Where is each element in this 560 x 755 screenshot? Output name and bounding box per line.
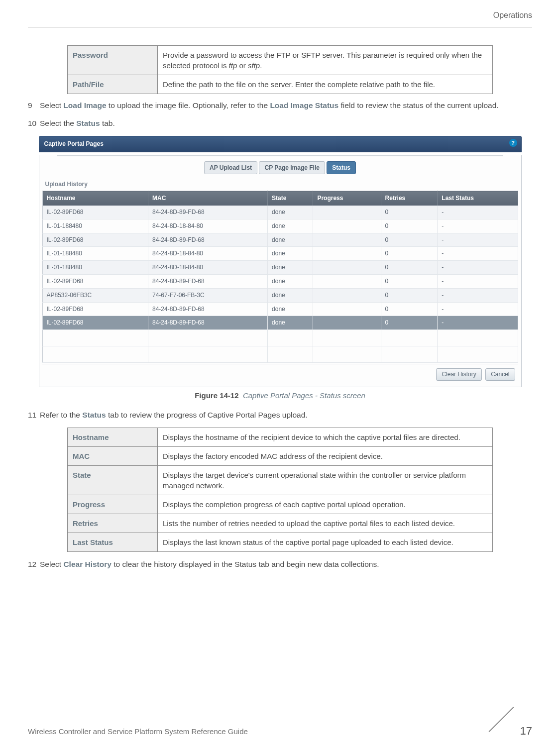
table-row[interactable]: IL-02-89FD6884-24-8D-89-FD-68done0- (42, 316, 518, 330)
table-row[interactable]: IL-02-89FD6884-24-8D-89-FD-68done0- (42, 233, 518, 247)
step-number: 9 (28, 100, 40, 111)
cell: 0 (381, 288, 438, 302)
cell (313, 247, 381, 261)
table-row[interactable]: IL-01-18848084-24-8D-18-84-80done0- (42, 219, 518, 233)
step-number: 12 (28, 559, 40, 570)
cell: - (438, 233, 518, 247)
cell: 0 (381, 247, 438, 261)
field-desc: Displays the last known status of the ca… (158, 533, 493, 551)
cell (313, 316, 381, 330)
field-desc: Displays the target device's current ope… (158, 465, 493, 495)
cell: IL-02-89FD68 (42, 316, 148, 330)
text-em: ftp (229, 61, 237, 70)
cell: 0 (381, 261, 438, 275)
cell (148, 330, 267, 346)
field-desc: Displays the hostname of the recipient d… (158, 428, 493, 446)
cell: - (438, 219, 518, 233)
cell: done (268, 302, 313, 316)
cell: IL-02-89FD68 (42, 274, 148, 288)
keyword: Status (76, 119, 100, 127)
cell: 0 (381, 302, 438, 316)
keyword: Load Image (63, 101, 106, 109)
step-number: 10 (28, 118, 40, 129)
field-label: State (68, 465, 158, 495)
cell: AP8532-06FB3C (42, 288, 148, 302)
cell: 0 (381, 206, 438, 219)
footer-title: Wireless Controller and Service Platform… (28, 726, 248, 737)
text: . (260, 61, 262, 70)
cell: 84-24-8D-18-84-80 (148, 261, 267, 275)
cell: 84-24-8D-18-84-80 (148, 247, 267, 261)
table-row[interactable]: IL-02-89FD6884-24-8D-89-FD-68done0- (42, 274, 518, 288)
cell: done (268, 206, 313, 219)
text: Select (40, 101, 63, 109)
tabs: AP Upload List CP Page Image File Status (57, 155, 503, 175)
cell: 84-24-8D-89-FD-68 (148, 302, 267, 316)
text: Select the (40, 119, 76, 127)
group-label-upload-history: Upload History (45, 180, 518, 189)
col-hostname[interactable]: Hostname (42, 191, 148, 206)
col-progress[interactable]: Progress (313, 191, 381, 206)
cell (313, 302, 381, 316)
field-desc: Lists the number of retries needed to up… (158, 514, 493, 533)
section-header: Operations (28, 10, 532, 21)
cell: 0 (381, 233, 438, 247)
footer-diagonal-icon (492, 720, 514, 742)
cell: IL-02-89FD68 (42, 233, 148, 247)
field-desc: Displays the completion progress of each… (158, 495, 493, 514)
tab-cp-page-image-file[interactable]: CP Page Image File (259, 161, 325, 175)
cell: 74-67-F7-06-FB-3C (148, 288, 267, 302)
keyword: Clear History (63, 560, 111, 568)
cell: done (268, 288, 313, 302)
col-mac[interactable]: MAC (148, 191, 267, 206)
col-retries[interactable]: Retries (381, 191, 438, 206)
figure-desc: Captive Portal Pages - Status screen (243, 391, 365, 400)
cell: done (268, 261, 313, 275)
tab-status[interactable]: Status (327, 161, 356, 175)
cell: 84-24-8D-89-FD-68 (148, 233, 267, 247)
text: Provide a password to access the FTP or … (163, 51, 482, 70)
cell (438, 346, 518, 363)
cell: - (438, 274, 518, 288)
text: field to review the status of the curren… (338, 101, 498, 109)
cell: 84-24-8D-89-FD-68 (148, 316, 267, 330)
cell: IL-01-188480 (42, 219, 148, 233)
text: to clear the history displayed in the St… (112, 560, 379, 568)
field-label: Last Status (68, 533, 158, 551)
table-row[interactable]: IL-01-18848084-24-8D-18-84-80done0- (42, 247, 518, 261)
table-row[interactable]: IL-02-89FD6884-24-8D-89-FD-68done0- (42, 302, 518, 316)
table-row[interactable]: IL-01-18848084-24-8D-18-84-80done0- (42, 261, 518, 275)
col-state[interactable]: State (268, 191, 313, 206)
cell: 0 (381, 316, 438, 330)
field-desc: Displays the factory encoded MAC address… (158, 446, 493, 465)
clear-history-button[interactable]: Clear History (436, 368, 481, 381)
figure-label: Figure 14-12 (195, 391, 238, 400)
text: to upload the image file. Optionally, re… (107, 101, 270, 109)
cell: - (438, 247, 518, 261)
text: tab. (100, 119, 115, 127)
step-number: 11 (28, 410, 40, 421)
tab-ap-upload-list[interactable]: AP Upload List (204, 161, 257, 175)
figure-caption: Figure 14-12 Captive Portal Pages - Stat… (28, 390, 532, 401)
param-desc: Define the path to the file on the serve… (158, 75, 493, 94)
keyword: Load Image Status (270, 101, 338, 109)
cell: - (438, 316, 518, 330)
step-11: 11 Refer to the Status tab to review the… (28, 410, 532, 421)
table-row[interactable]: IL-02-89FD6884-24-8D-89-FD-68done0- (42, 206, 518, 219)
panel-title-text: Captive Portal Pages (44, 140, 104, 147)
text-em: sftp (248, 61, 260, 70)
step-10: 10 Select the Status tab. (28, 118, 532, 129)
cell (42, 346, 148, 363)
cell (313, 261, 381, 275)
cell (313, 330, 381, 346)
cell: IL-02-89FD68 (42, 302, 148, 316)
param-desc: Provide a password to access the FTP or … (158, 46, 493, 75)
help-icon[interactable]: ? (509, 139, 517, 147)
col-last-status[interactable]: Last Status (438, 191, 518, 206)
table-row-empty (42, 330, 518, 346)
cell (313, 288, 381, 302)
cancel-button[interactable]: Cancel (485, 368, 515, 381)
cell: 84-24-8D-89-FD-68 (148, 206, 267, 219)
text: Refer to the (40, 411, 82, 419)
table-row[interactable]: AP8532-06FB3C74-67-F7-06-FB-3Cdone0- (42, 288, 518, 302)
